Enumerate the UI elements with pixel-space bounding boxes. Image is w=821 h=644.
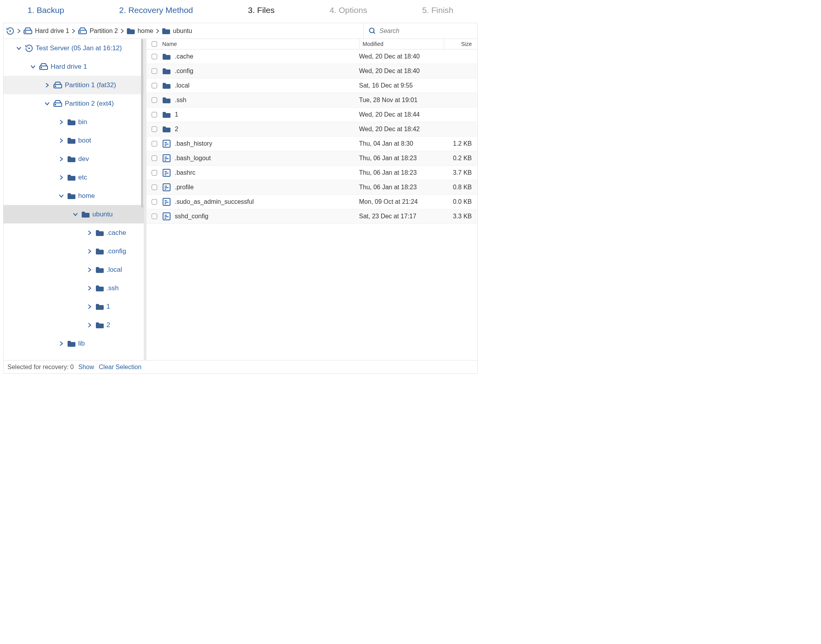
row-checkbox[interactable] (152, 126, 157, 132)
chevron-right-icon[interactable] (58, 341, 65, 346)
search-icon (368, 27, 376, 35)
file-modified: Thu, 06 Jan at 18:23 (359, 184, 444, 191)
tree-lib[interactable]: lib (4, 334, 144, 353)
tree-partition-2[interactable]: Partition 2 (ext4) (4, 94, 144, 113)
toolbar: Hard drive 1 Partition 2 home ubuntu (4, 23, 477, 39)
table-row[interactable]: .bash_historyThu, 04 Jan at 8:301.2 KB (147, 137, 477, 151)
breadcrumb-label: home (137, 27, 153, 35)
drive-icon (53, 81, 62, 89)
row-checkbox[interactable] (152, 214, 157, 219)
table-row[interactable]: .bash_logoutThu, 06 Jan at 18:230.2 KB (147, 151, 477, 166)
chevron-down-icon[interactable] (58, 193, 65, 199)
file-name-label: 2 (175, 126, 178, 133)
row-checkbox[interactable] (152, 156, 157, 161)
table-row[interactable]: .configWed, 20 Dec at 18:40 (147, 64, 477, 79)
table-row[interactable]: sshd_configSat, 23 Dec at 17:173.3 KB (147, 209, 477, 224)
svg-point-11 (55, 86, 56, 86)
breadcrumb-label: ubuntu (173, 27, 192, 35)
file-name-label: .bashrc (175, 169, 195, 176)
scrollbar-thumb[interactable] (141, 39, 143, 208)
file-modified: Thu, 06 Jan at 18:23 (359, 155, 444, 162)
tree-ubuntu[interactable]: ubuntu (4, 205, 144, 223)
chevron-right-icon[interactable] (86, 267, 93, 273)
table-row[interactable]: .bashrcThu, 06 Jan at 18:233.7 KB (147, 166, 477, 180)
tree-partition-1[interactable]: Partition 1 (fat32) (4, 76, 144, 94)
search-box[interactable] (363, 23, 477, 38)
file-modified: Sat, 16 Dec at 9:55 (359, 82, 444, 89)
tree-folder-home[interactable]: home (4, 187, 144, 205)
tree-folder-etc[interactable]: etc (4, 168, 144, 187)
step-recovery-method[interactable]: 2. Recovery Method (119, 5, 193, 15)
tree-folder-bin[interactable]: bin (4, 113, 144, 131)
column-header-modified[interactable]: Modified (359, 39, 444, 49)
footer-show-link[interactable]: Show (79, 364, 94, 371)
breadcrumb-home[interactable]: home (126, 27, 153, 35)
row-checkbox[interactable] (152, 97, 157, 103)
row-checkbox[interactable] (152, 141, 157, 146)
file-name-label: sshd_config (175, 213, 208, 220)
tree-root[interactable]: Test Server (05 Jan at 16:12) (4, 39, 144, 57)
row-checkbox[interactable] (152, 170, 157, 176)
folder-icon (162, 126, 171, 133)
tree-folder-2[interactable]: 2 (4, 316, 144, 334)
chevron-right-icon[interactable] (86, 249, 93, 254)
chevron-right-icon[interactable] (86, 304, 93, 309)
table-row[interactable]: .cacheWed, 20 Dec at 18:40 (147, 49, 477, 64)
tree-folder-ssh[interactable]: .ssh (4, 279, 144, 297)
file-icon (162, 154, 171, 163)
file-rows: .cacheWed, 20 Dec at 18:40.configWed, 20… (147, 49, 477, 224)
chevron-right-icon[interactable] (86, 230, 93, 236)
footer-clear-link[interactable]: Clear Selection (99, 364, 142, 371)
tree-folder-cache[interactable]: .cache (4, 223, 144, 242)
svg-point-5 (370, 28, 374, 33)
sidebar-tree[interactable]: Test Server (05 Jan at 16:12) Hard drive… (4, 39, 144, 360)
step-backup[interactable]: 1. Backup (27, 5, 64, 15)
table-row[interactable]: .profileThu, 06 Jan at 18:230.8 KB (147, 180, 477, 195)
chevron-right-icon[interactable] (58, 175, 65, 180)
column-header-name[interactable]: Name (162, 41, 359, 47)
tree-folder-dev[interactable]: dev (4, 150, 144, 168)
table-row[interactable]: 2Wed, 20 Dec at 18:42 (147, 122, 477, 137)
tree-folder-1[interactable]: 1 (4, 297, 144, 316)
file-name-label: .sudo_as_admin_successful (175, 198, 254, 205)
row-checkbox[interactable] (152, 112, 157, 117)
chevron-right-icon[interactable] (86, 285, 93, 291)
chevron-right-icon[interactable] (58, 119, 65, 125)
table-row[interactable]: .localSat, 16 Dec at 9:55 (147, 79, 477, 93)
file-icon (162, 139, 171, 148)
footer: Selected for recovery: 0 Show Clear Sele… (4, 360, 477, 373)
table-row[interactable]: .sshTue, 28 Nov at 19:01 (147, 93, 477, 108)
chevron-right-icon[interactable] (58, 156, 65, 162)
column-header-size[interactable]: Size (444, 39, 477, 49)
chevron-down-icon[interactable] (44, 101, 51, 106)
chevron-right-icon[interactable] (44, 82, 51, 88)
tree-folder-boot[interactable]: boot (4, 131, 144, 150)
step-files[interactable]: 3. Files (248, 5, 275, 15)
chevron-down-icon[interactable] (72, 212, 79, 217)
tree-folder-config[interactable]: .config (4, 242, 144, 260)
table-row[interactable]: 1Wed, 20 Dec at 18:44 (147, 108, 477, 122)
row-checkbox[interactable] (152, 54, 157, 59)
tree-folder-local[interactable]: .local (4, 260, 144, 279)
chevron-down-icon[interactable] (29, 64, 37, 70)
chevron-right-icon[interactable] (58, 138, 65, 143)
folder-icon (162, 68, 171, 75)
folder-icon (95, 285, 104, 292)
row-checkbox[interactable] (152, 68, 157, 74)
select-all-checkbox[interactable] (152, 41, 157, 47)
tree-drive[interactable]: Hard drive 1 (4, 57, 144, 76)
chevron-down-icon[interactable] (15, 46, 22, 51)
history-back-icon[interactable] (6, 27, 15, 35)
folder-icon (67, 174, 76, 181)
table-row[interactable]: .sudo_as_admin_successfulMon, 09 Oct at … (147, 195, 477, 209)
breadcrumb-hard-drive-1[interactable]: Hard drive 1 (23, 27, 69, 35)
breadcrumb-ubuntu[interactable]: ubuntu (162, 27, 192, 35)
breadcrumb-partition-2[interactable]: Partition 2 (78, 27, 118, 35)
file-size: 0.8 KB (444, 184, 477, 191)
search-input[interactable] (379, 27, 473, 35)
wizard-steps: 1. Backup 2. Recovery Method 3. Files 4.… (0, 0, 481, 23)
row-checkbox[interactable] (152, 199, 157, 205)
chevron-right-icon[interactable] (86, 322, 93, 328)
row-checkbox[interactable] (152, 83, 157, 88)
row-checkbox[interactable] (152, 185, 157, 190)
